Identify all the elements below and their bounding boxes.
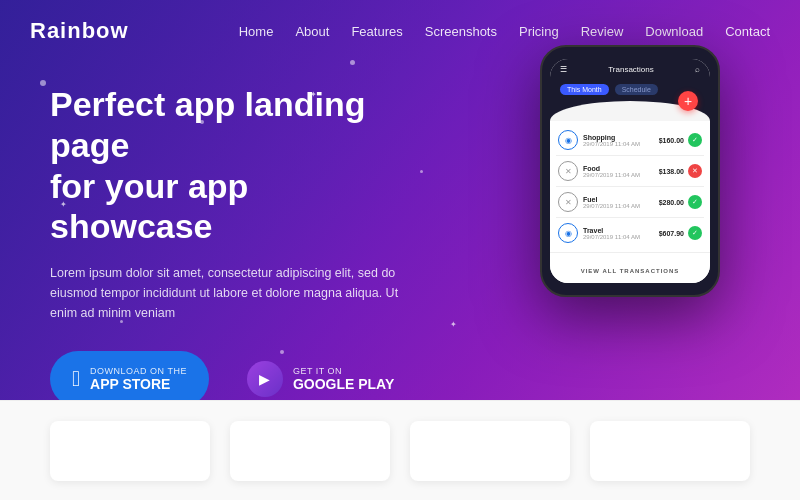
phone-header: ☰ Transactions ⌕: [550, 59, 710, 80]
nav-links: Home About Features Screenshots Pricing …: [239, 22, 770, 40]
transaction-row-fuel: ✕ Fuel 29/07/2019 11:04 AM $280.00 ✓: [556, 187, 704, 218]
nav-screenshots[interactable]: Screenshots: [425, 24, 497, 39]
travel-icon: ◉: [558, 223, 578, 243]
transaction-info: Food 29/07/2019 11:04 AM: [583, 165, 659, 178]
googleplay-button[interactable]: ▶ GET IT ON GOOGLE PLAY: [225, 351, 416, 400]
hero-description: Lorem ipsum dolor sit amet, consectetur …: [50, 263, 410, 323]
fuel-icon: ✕: [558, 192, 578, 212]
filter-month[interactable]: This Month: [560, 84, 609, 95]
bottom-card-4: [590, 421, 750, 481]
shopping-icon: ◉: [558, 130, 578, 150]
googleplay-text: GET IT ON GOOGLE PLAY: [293, 366, 394, 392]
nav-about[interactable]: About: [295, 24, 329, 39]
phone-menu-icon: ☰: [560, 65, 567, 74]
hero-title: Perfect app landing page for your app sh…: [50, 84, 420, 247]
bottom-card-1: [50, 421, 210, 481]
navbar: Rainbow Home About Features Screenshots …: [0, 0, 800, 44]
badge-green: ✓: [688, 226, 702, 240]
view-all-transactions[interactable]: VIEW ALL TRANSACTIONS: [550, 252, 710, 283]
bottom-card-3: [410, 421, 570, 481]
play-icon: ▶: [247, 361, 283, 397]
brand-logo: Rainbow: [30, 18, 129, 44]
badge-red: ✕: [688, 164, 702, 178]
bottom-card-2: [230, 421, 390, 481]
badge-green: ✓: [688, 195, 702, 209]
nav-features[interactable]: Features: [351, 24, 402, 39]
nav-review[interactable]: Review: [581, 24, 624, 39]
transaction-row-travel: ◉ Travel 29/07/2019 11:04 AM $607.90 ✓: [556, 218, 704, 248]
cta-buttons:  DOWNLOAD ON THE APP STORE ▶ GET IT ON …: [50, 351, 420, 400]
badge-green: ✓: [688, 133, 702, 147]
nav-home[interactable]: Home: [239, 24, 274, 39]
transaction-info: Fuel 29/07/2019 11:04 AM: [583, 196, 659, 209]
transaction-row-food: ✕ Food 29/07/2019 11:04 AM $138.00 ✕: [556, 156, 704, 187]
phone-frame: ☰ Transactions ⌕ This Month Schedule + ◉: [540, 45, 720, 297]
phone-screen: ☰ Transactions ⌕ This Month Schedule + ◉: [550, 59, 710, 283]
hero-section: ✦ ✦ ✦ ✦ Rainbow Home About Features Scre…: [0, 0, 800, 400]
transaction-info: Travel 29/07/2019 11:04 AM: [583, 227, 659, 240]
transaction-list: ◉ Shopping 29/07/2019 11:04 AM $160.00 ✓…: [550, 121, 710, 252]
appstore-button[interactable]:  DOWNLOAD ON THE APP STORE: [50, 351, 209, 400]
nav-pricing[interactable]: Pricing: [519, 24, 559, 39]
transaction-info: Shopping 29/07/2019 11:04 AM: [583, 134, 659, 147]
phone-mockup: ☰ Transactions ⌕ This Month Schedule + ◉: [540, 45, 720, 297]
phone-search-icon: ⌕: [695, 65, 700, 74]
food-icon: ✕: [558, 161, 578, 181]
hero-content: Perfect app landing page for your app sh…: [0, 44, 420, 400]
nav-download[interactable]: Download: [645, 24, 703, 39]
cloud-divider: +: [550, 101, 710, 121]
transaction-row-shopping: ◉ Shopping 29/07/2019 11:04 AM $160.00 ✓: [556, 125, 704, 156]
phone-title: Transactions: [608, 65, 654, 74]
filter-schedule[interactable]: Schedule: [615, 84, 658, 95]
apple-icon: : [72, 366, 80, 392]
bottom-section: [0, 400, 800, 500]
nav-contact[interactable]: Contact: [725, 24, 770, 39]
add-transaction-button[interactable]: +: [678, 91, 698, 111]
appstore-text: DOWNLOAD ON THE APP STORE: [90, 366, 187, 392]
